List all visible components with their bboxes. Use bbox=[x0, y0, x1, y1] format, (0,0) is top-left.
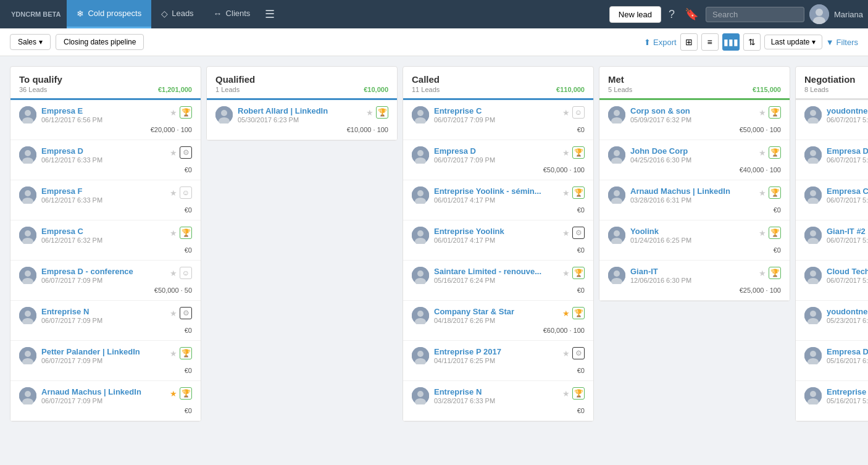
new-lead-button[interactable]: New lead bbox=[609, 6, 661, 23]
star-icon[interactable]: ★ bbox=[562, 269, 570, 278]
pipeline-button[interactable]: Closing dates pipeline bbox=[56, 34, 144, 50]
export-button[interactable]: ⬆ Export bbox=[644, 38, 677, 47]
lead-card[interactable]: Gian-IT12/06/2016 6:30 PM★🏆€25,000 · 100 bbox=[599, 261, 790, 301]
lead-card[interactable]: Entreprise K05/16/2017 5:37 PM★€0 bbox=[796, 381, 868, 421]
lead-card[interactable]: Company Star & Star04/18/2017 6:26 PM★🏆€… bbox=[403, 301, 593, 341]
star-icon[interactable]: ★ bbox=[170, 108, 177, 117]
lead-card[interactable]: Empresa F06/12/2017 6:33 PM★☺€0 bbox=[10, 180, 201, 220]
trophy-icon[interactable]: 🏆 bbox=[572, 387, 585, 400]
lead-card[interactable]: Gian-IT #206/07/2017 5:06 PM★€0 bbox=[796, 220, 868, 261]
sort-button[interactable]: ⇅ bbox=[743, 33, 761, 51]
lead-card[interactable]: Empresa D06/12/2017 6:33 PM★⚙€0 bbox=[10, 140, 201, 180]
star-icon[interactable]: ★ bbox=[759, 148, 766, 157]
lead-card[interactable]: Yoolink01/24/2016 6:25 PM★🏆€0 bbox=[599, 220, 790, 261]
star-icon[interactable]: ★ bbox=[170, 309, 177, 318]
emoji-icon[interactable]: ☺ bbox=[180, 267, 192, 279]
filters-button[interactable]: ▼ Filters bbox=[826, 38, 858, 47]
lead-card-bottom: €0 bbox=[412, 287, 585, 294]
star-icon[interactable]: ★ bbox=[759, 188, 766, 198]
star-icon[interactable]: ★ bbox=[170, 228, 177, 238]
gear-icon[interactable]: ⚙ bbox=[180, 146, 192, 159]
lead-name: Gian-IT bbox=[630, 267, 754, 276]
trophy-icon[interactable]: 🏆 bbox=[572, 307, 585, 319]
star-icon[interactable]: ★ bbox=[562, 108, 570, 117]
star-icon[interactable]: ★ bbox=[170, 389, 177, 398]
hamburger-menu[interactable]: ☰ bbox=[260, 7, 280, 21]
star-icon[interactable]: ★ bbox=[562, 309, 570, 318]
trophy-icon[interactable]: 🏆 bbox=[769, 146, 781, 159]
lead-card[interactable]: Entreprise P 201704/11/2017 6:25 PM★⚙€0 bbox=[403, 341, 593, 381]
lead-card[interactable]: youdontneedacrm05/23/2017 6:24 PM★€0 bbox=[796, 301, 868, 341]
lead-card[interactable]: Empresa D06/07/2017 5:06 PM★€0 bbox=[796, 140, 868, 180]
star-icon[interactable]: ★ bbox=[562, 349, 570, 358]
lead-card[interactable]: Entreprise C06/07/2017 7:09 PM★☺€0 bbox=[403, 100, 593, 140]
star-icon[interactable]: ★ bbox=[170, 148, 177, 157]
lead-card[interactable]: Empresa C06/07/2017 5:06 PM★€0 bbox=[796, 180, 868, 220]
grid-view-button[interactable]: ⊞ bbox=[680, 33, 698, 51]
tab-leads[interactable]: ◇ Leads bbox=[151, 0, 203, 28]
lead-avatar bbox=[804, 106, 822, 124]
lead-card[interactable]: Empresa C06/12/2017 6:32 PM★🏆€0 bbox=[10, 220, 201, 261]
avatar[interactable] bbox=[809, 4, 829, 24]
star-icon[interactable]: ★ bbox=[170, 269, 177, 278]
star-icon[interactable]: ★ bbox=[759, 269, 766, 278]
column-title-qualified: Qualified bbox=[215, 74, 388, 85]
trophy-icon[interactable]: 🏆 bbox=[769, 106, 781, 119]
lead-card[interactable]: Entreprise N06/07/2017 7:09 PM★⚙€0 bbox=[10, 301, 201, 341]
lead-card[interactable]: Entreprise Yoolink06/01/2017 4:17 PM★⚙€0 bbox=[403, 220, 593, 261]
star-icon[interactable]: ★ bbox=[562, 389, 570, 398]
trophy-icon[interactable]: 🏆 bbox=[769, 186, 781, 199]
lead-card[interactable]: Entreprise Yoolink - sémin...06/01/2017 … bbox=[403, 180, 593, 220]
trophy-icon[interactable]: 🏆 bbox=[769, 227, 781, 239]
lead-value: €0 bbox=[774, 206, 781, 214]
lead-card[interactable]: Robert Allard | LinkedIn05/30/2017 6:23 … bbox=[207, 100, 397, 140]
star-icon[interactable]: ★ bbox=[759, 108, 766, 117]
trophy-icon[interactable]: 🏆 bbox=[572, 267, 585, 279]
search-input[interactable] bbox=[706, 7, 804, 22]
lead-card[interactable]: Petter Palander | LinkedIn06/07/2017 7:0… bbox=[10, 341, 201, 381]
trophy-icon[interactable]: 🏆 bbox=[769, 267, 781, 279]
star-icon[interactable]: ★ bbox=[170, 349, 177, 358]
star-icon[interactable]: ★ bbox=[562, 228, 570, 238]
trophy-icon[interactable]: 🏆 bbox=[376, 106, 388, 119]
kanban-column-called: Called11 Leads€110,000Entreprise C06/07/… bbox=[403, 66, 594, 422]
lead-card[interactable]: Empresa E06/12/2017 6:56 PM★🏆€20,000 · 1… bbox=[10, 100, 201, 140]
star-icon[interactable]: ★ bbox=[562, 188, 570, 198]
trophy-icon[interactable]: 🏆 bbox=[180, 347, 192, 359]
lead-card[interactable]: Empresa D05/16/2017 6:26 PM★€0 bbox=[796, 341, 868, 381]
bar-view-button[interactable]: ▮▮▮ bbox=[722, 33, 740, 51]
lead-card[interactable]: Arnaud Machus | LinkedIn03/28/2016 6:31 … bbox=[599, 180, 790, 220]
trophy-icon[interactable]: 🏆 bbox=[572, 186, 585, 199]
sales-button[interactable]: Sales ▾ bbox=[10, 34, 51, 50]
emoji-icon[interactable]: ☺ bbox=[572, 106, 585, 119]
help-icon[interactable]: ? bbox=[666, 6, 677, 23]
lead-card[interactable]: John Doe Corp04/25/2016 6:30 PM★🏆€40,000… bbox=[599, 140, 790, 180]
emoji-icon[interactable]: ☺ bbox=[180, 186, 192, 199]
trophy-icon[interactable]: 🏆 bbox=[180, 387, 192, 400]
lead-card[interactable]: Arnaud Machus | LinkedIn06/07/2017 7:09 … bbox=[10, 381, 201, 421]
lead-info: Cloud Technology06/07/2017 5:06 PM bbox=[827, 267, 868, 284]
star-icon[interactable]: ★ bbox=[562, 148, 570, 157]
gear-icon[interactable]: ⚙ bbox=[180, 307, 192, 319]
lead-card[interactable]: Cloud Technology06/07/2017 5:06 PM★€0 bbox=[796, 261, 868, 301]
gear-icon[interactable]: ⚙ bbox=[572, 227, 585, 239]
last-update-button[interactable]: Last update ▾ bbox=[764, 35, 822, 49]
lead-card[interactable]: Corp son & son05/09/2017 6:32 PM★🏆€50,00… bbox=[599, 100, 790, 140]
lead-card[interactable]: youdontneedacrm06/07/2017 5:06 PM★€0 bbox=[796, 100, 868, 140]
lead-card[interactable]: Entreprise N03/28/2017 6:33 PM★🏆€0 bbox=[403, 381, 593, 421]
trophy-icon[interactable]: 🏆 bbox=[180, 106, 192, 119]
tab-clients[interactable]: ↔ Clients bbox=[204, 0, 261, 28]
trophy-icon[interactable]: 🏆 bbox=[180, 227, 192, 239]
lead-actions: ★🏆 bbox=[759, 227, 781, 239]
star-icon[interactable]: ★ bbox=[759, 228, 766, 238]
tab-cold-prospects[interactable]: ❄ Cold prospects bbox=[67, 0, 151, 28]
lead-card[interactable]: Empresa D - conference06/07/2017 7:09 PM… bbox=[10, 261, 201, 301]
star-icon[interactable]: ★ bbox=[170, 188, 177, 198]
lead-card[interactable]: Saintare Limited - renouve...05/16/2017 … bbox=[403, 261, 593, 301]
list-view-button[interactable]: ≡ bbox=[701, 33, 719, 51]
lead-card[interactable]: Empresa D06/07/2017 7:09 PM★🏆€50,000 · 1… bbox=[403, 140, 593, 180]
star-icon[interactable]: ★ bbox=[366, 108, 373, 117]
bookmark-icon[interactable]: 🔖 bbox=[682, 5, 701, 23]
gear-icon[interactable]: ⚙ bbox=[572, 347, 585, 359]
trophy-icon[interactable]: 🏆 bbox=[572, 146, 585, 159]
